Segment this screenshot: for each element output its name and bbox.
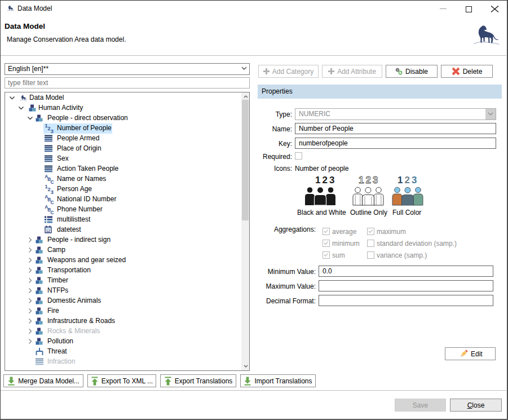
svg-text:3: 3 (51, 129, 54, 133)
svg-text:123: 123 (397, 175, 418, 185)
svg-text:12: 12 (46, 229, 51, 233)
svg-text:C: C (51, 200, 54, 204)
svg-text:C: C (51, 210, 54, 214)
svg-text:123: 123 (359, 175, 379, 185)
svg-text:C: C (51, 179, 54, 184)
svg-text:123: 123 (315, 175, 336, 185)
svg-text:3: 3 (51, 189, 54, 194)
